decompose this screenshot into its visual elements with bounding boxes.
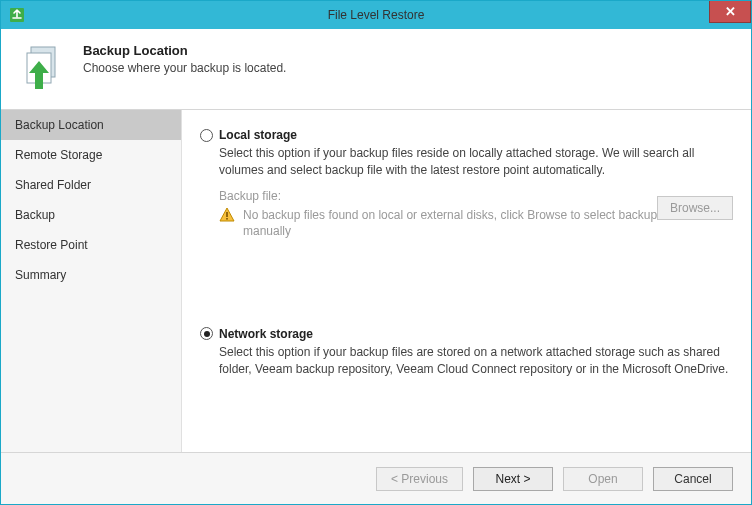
restore-icon <box>19 43 67 91</box>
warning-row: No backup files found on local or extern… <box>219 207 733 239</box>
svg-rect-4 <box>226 218 228 220</box>
browse-button[interactable]: Browse... <box>657 196 733 220</box>
button-label: < Previous <box>391 472 448 486</box>
option-desc: Select this option if your backup files … <box>219 145 733 179</box>
option-desc: Select this option if your backup files … <box>219 344 733 378</box>
sidebar-item-label: Backup <box>15 208 55 222</box>
sidebar-item-label: Restore Point <box>15 238 88 252</box>
header-text: Backup Location Choose where your backup… <box>83 43 286 75</box>
radio-icon <box>200 129 213 142</box>
titlebar: File Level Restore ✕ <box>1 1 751 29</box>
backup-file-label: Backup file: <box>219 189 733 203</box>
open-button: Open <box>563 467 643 491</box>
close-icon: ✕ <box>725 5 736 18</box>
wizard-header: Backup Location Choose where your backup… <box>1 29 751 109</box>
sidebar-item-label: Remote Storage <box>15 148 102 162</box>
window: File Level Restore ✕ Backup Location Cho… <box>0 0 752 505</box>
wizard-footer: < Previous Next > Open Cancel <box>1 452 751 504</box>
sidebar-item-label: Backup Location <box>15 118 104 132</box>
cancel-button[interactable]: Cancel <box>653 467 733 491</box>
button-label: Browse... <box>670 201 720 215</box>
sidebar-item-label: Summary <box>15 268 66 282</box>
radio-icon <box>200 327 213 340</box>
option-local-storage: Local storage Select this option if your… <box>200 128 733 239</box>
button-label: Open <box>588 472 617 486</box>
next-button[interactable]: Next > <box>473 467 553 491</box>
sidebar: Backup Location Remote Storage Shared Fo… <box>1 110 181 452</box>
sidebar-item-shared-folder[interactable]: Shared Folder <box>1 170 181 200</box>
sidebar-item-summary[interactable]: Summary <box>1 260 181 290</box>
option-title: Network storage <box>219 327 313 341</box>
sidebar-item-label: Shared Folder <box>15 178 91 192</box>
button-label: Next > <box>495 472 530 486</box>
option-network-storage: Network storage Select this option if yo… <box>200 327 733 378</box>
page-subtitle: Choose where your backup is located. <box>83 61 286 75</box>
close-button[interactable]: ✕ <box>709 1 751 23</box>
radio-network-storage[interactable]: Network storage <box>200 327 733 341</box>
wizard-body: Backup Location Remote Storage Shared Fo… <box>1 109 751 452</box>
app-icon <box>7 5 27 25</box>
content-pane: Local storage Select this option if your… <box>181 110 751 452</box>
svg-rect-3 <box>226 212 228 217</box>
previous-button: < Previous <box>376 467 463 491</box>
sidebar-item-remote-storage[interactable]: Remote Storage <box>1 140 181 170</box>
option-title: Local storage <box>219 128 297 142</box>
warning-icon <box>219 207 235 223</box>
page-title: Backup Location <box>83 43 286 58</box>
sidebar-item-restore-point[interactable]: Restore Point <box>1 230 181 260</box>
button-label: Cancel <box>674 472 711 486</box>
window-title: File Level Restore <box>328 8 425 22</box>
radio-local-storage[interactable]: Local storage <box>200 128 733 142</box>
sidebar-item-backup-location[interactable]: Backup Location <box>1 110 181 140</box>
sidebar-item-backup[interactable]: Backup <box>1 200 181 230</box>
